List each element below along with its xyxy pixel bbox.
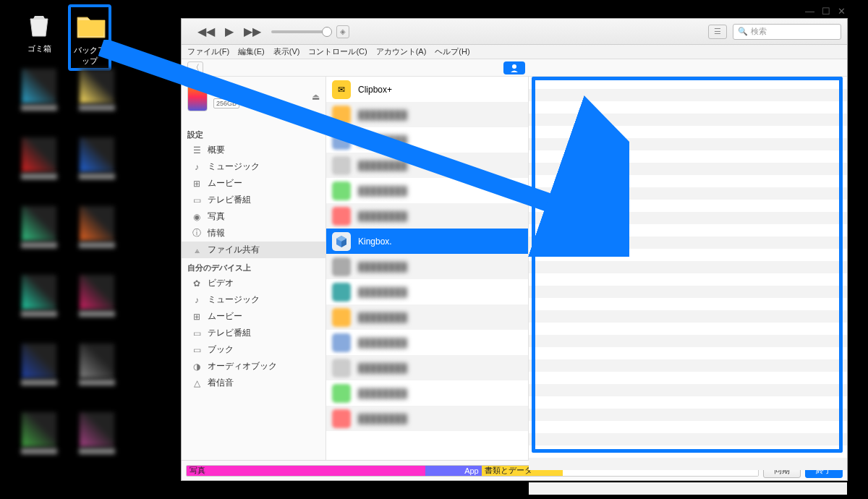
play-button[interactable]: ▶ — [225, 25, 234, 38]
sidebar-item-label: 着信音 — [208, 377, 234, 389]
minimize-button[interactable]: — — [805, 6, 814, 17]
app-label: ████████ — [358, 312, 407, 323]
menu-file[interactable]: ファイル(F) — [187, 46, 229, 57]
sidebar-item-ムービー[interactable]: ⊞ムービー — [182, 175, 326, 192]
device-avatar-icon[interactable] — [503, 61, 525, 74]
app-row-blurred[interactable]: ████████ — [326, 330, 528, 355]
sidebar-item-ミュージック[interactable]: ♪ミュージック — [182, 291, 326, 308]
app-label: ████████ — [358, 161, 407, 171]
app-label: ████████ — [358, 287, 407, 297]
eject-icon[interactable]: ⏏ — [312, 92, 320, 102]
menu-view[interactable]: 表示(V) — [273, 46, 300, 57]
app-row-blurred[interactable]: ████████ — [326, 127, 528, 153]
sidebar-item-着信音[interactable]: △着信音 — [182, 375, 326, 391]
app-row-blurred[interactable]: ████████ — [326, 380, 528, 406]
desktop-icon-blurred[interactable] — [17, 412, 61, 456]
app-icon — [332, 182, 351, 200]
sidebar-item-label: ムービー — [208, 177, 242, 189]
desktop-icon-blurred[interactable] — [17, 275, 61, 318]
sidebar-item-ミュージック[interactable]: ♪ミュージック — [182, 158, 326, 175]
desktop-icon-blurred[interactable] — [75, 69, 119, 112]
sidebar-item-label: ブック — [208, 344, 234, 356]
close-button[interactable]: ✕ — [838, 6, 846, 17]
app-row-blurred[interactable]: ████████ — [326, 178, 528, 203]
battery-percent: 100% — [286, 114, 305, 122]
app-icon — [332, 257, 351, 276]
usage-seg-apps: App — [425, 466, 482, 476]
app-row-blurred[interactable]: ████████ — [326, 102, 528, 127]
sidebar-item-ムービー[interactable]: ⊞ムービー — [182, 308, 326, 325]
desktop-icon-blurred[interactable] — [75, 275, 119, 318]
desktop-icon-blurred[interactable] — [17, 206, 61, 250]
sidebar-item-label: ミュージック — [208, 161, 260, 173]
list-view-button[interactable]: ☰ — [708, 25, 727, 39]
prev-button[interactable]: ◀◀ — [197, 25, 215, 38]
app-row-blurred[interactable]: ████████ — [326, 153, 528, 178]
desktop-icon-blurred[interactable] — [75, 344, 119, 387]
sidebar-item-icon: ♪ — [192, 162, 202, 172]
app-row-Clipbox+[interactable]: ✉Clipbox+ — [326, 77, 528, 102]
app-label: ████████ — [358, 363, 407, 373]
app-label: ████████ — [358, 262, 407, 272]
desktop-icon-blurred[interactable] — [17, 344, 61, 387]
device-thumbnail-icon — [187, 82, 208, 111]
sidebar-item-ファイル共有[interactable]: ⟁ファイル共有 — [182, 242, 326, 258]
app-label: ████████ — [358, 110, 407, 120]
file-drop-panel[interactable] — [529, 77, 847, 460]
desktop-icon-blurred[interactable] — [75, 412, 119, 456]
menu-edit[interactable]: 編集(E) — [238, 46, 265, 57]
sidebar-item-label: 情報 — [208, 227, 225, 239]
desktop-icon-blurred[interactable] — [75, 206, 119, 250]
desktop-icon-blurred[interactable] — [17, 137, 61, 181]
app-icon — [332, 207, 351, 226]
menubar: ファイル(F) 編集(E) 表示(V) コントロール(C) アカウント(A) ヘ… — [182, 45, 847, 59]
sidebar-item-icon: ⊞ — [192, 312, 202, 322]
device-row[interactable]: 256GB ⏏ — [182, 77, 326, 114]
device-avatar-small-icon — [221, 85, 232, 97]
app-row-Kingbox.[interactable]: Kingbox. — [326, 229, 528, 254]
sidebar-item-写真[interactable]: ◉写真 — [182, 208, 326, 225]
app-row-blurred[interactable]: ████████ — [326, 254, 528, 279]
menu-help[interactable]: ヘルプ(H) — [435, 46, 469, 57]
sidebar: 256GB ⏏ 100% 設定 ☰概要♪ミュージック⊞ムービー▭テレビ番組◉写真… — [182, 77, 326, 460]
sidebar-item-label: オーディオブック — [208, 360, 277, 372]
menu-account[interactable]: アカウント(A) — [376, 46, 427, 57]
sidebar-item-情報[interactable]: ⓘ情報 — [182, 225, 326, 242]
app-row-blurred[interactable]: ████████ — [326, 203, 528, 229]
sidebar-item-概要[interactable]: ☰概要 — [182, 142, 326, 158]
desktop-icon-blurred[interactable] — [75, 137, 119, 181]
airplay-button[interactable]: ◈ — [336, 25, 349, 38]
sidebar-item-テレビ番組[interactable]: ▭テレビ番組 — [182, 192, 326, 208]
recycle-bin[interactable]: ゴミ箱 — [17, 7, 61, 54]
sidebar-item-テレビ番組[interactable]: ▭テレビ番組 — [182, 325, 326, 341]
app-row-blurred[interactable]: ████████ — [326, 355, 528, 380]
sidebar-header-ondevice: 自分のデバイス上 — [182, 258, 326, 275]
app-icon — [332, 333, 351, 352]
back-button[interactable]: 〈 — [187, 61, 203, 74]
app-label: ████████ — [358, 211, 407, 221]
maximize-button[interactable]: ☐ — [822, 6, 830, 17]
backup-folder[interactable]: バックアップ — [68, 4, 111, 71]
next-button[interactable]: ▶▶ — [244, 25, 261, 38]
sidebar-item-オーディオブック[interactable]: ◑オーディオブック — [182, 358, 326, 375]
window-controls: — ☐ ✕ — [805, 6, 846, 17]
sidebar-item-icon: ⟁ — [192, 245, 202, 255]
sidebar-item-ビデオ[interactable]: ✿ビデオ — [182, 275, 326, 291]
app-row-blurred[interactable]: ████████ — [326, 406, 528, 431]
recycle-bin-label: ゴミ箱 — [17, 43, 61, 54]
search-placeholder: 検索 — [751, 26, 767, 37]
sidebar-item-ブック[interactable]: ▭ブック — [182, 341, 326, 358]
app-icon — [332, 156, 351, 175]
app-row-blurred[interactable]: ████████ — [326, 304, 528, 330]
app-label: ████████ — [358, 414, 407, 424]
drop-highlight — [532, 77, 843, 453]
volume-slider[interactable] — [271, 30, 329, 33]
search-input[interactable]: 🔍 検索 — [733, 24, 841, 40]
menu-control[interactable]: コントロール(C) — [308, 46, 367, 57]
desktop: ゴミ箱 バックアップ ["#2aa0c8","#ffe060","#d02020… — [0, 0, 181, 499]
app-row-blurred[interactable]: ████████ — [326, 279, 528, 304]
sidebar-header-settings: 設定 — [182, 125, 326, 142]
backup-folder-label: バックアップ — [74, 45, 106, 67]
desktop-icon-blurred[interactable] — [17, 69, 61, 112]
sidebar-item-icon: ▭ — [192, 195, 202, 205]
